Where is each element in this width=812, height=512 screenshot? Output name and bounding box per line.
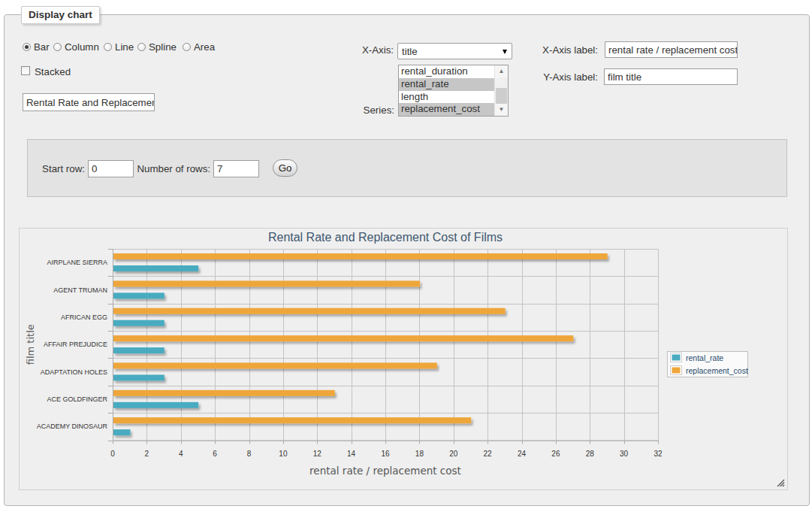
radio-spline[interactable] (137, 43, 146, 51)
chart-type-bar[interactable]: Bar (23, 41, 50, 53)
panel-legend: Display chart (21, 6, 100, 24)
radio-label[interactable]: Bar (34, 41, 50, 53)
stacked-label[interactable]: Stacked (35, 66, 71, 77)
bar-rental_rate-5[interactable] (113, 402, 198, 408)
page: { "panel": { "legend": "Display chart" }… (0, 0, 812, 512)
legend-swatch (672, 368, 681, 374)
tick-label: 28 (586, 450, 595, 458)
tick-label: 18 (415, 450, 424, 458)
chart-title: Rental Rate and Replacement Cost of Film… (268, 231, 503, 244)
series-option-replacement_cost[interactable]: replacement_cost (399, 103, 508, 116)
x-axis-label-label: X-Axis label: (526, 44, 598, 56)
chart-container: AIRPLANE SIERRAAGENT TRUMANAFRICAN EGGAF… (19, 228, 788, 490)
bar-chart: AIRPLANE SIERRAAGENT TRUMANAFRICAN EGGAF… (20, 229, 787, 489)
series-option-rental_duration[interactable]: rental_duration (399, 65, 508, 78)
bar-replacement_cost-1[interactable] (113, 280, 420, 286)
bar-replacement_cost-6[interactable] (113, 417, 471, 423)
bar-rental_rate-3[interactable] (113, 347, 165, 353)
tick-label: 8 (247, 450, 252, 458)
legend-item-rental_rate[interactable]: rental_rate (671, 353, 724, 362)
bar-rental_rate-2[interactable] (113, 320, 165, 326)
legend-label: rental_rate (686, 353, 723, 362)
scrollbar-thumb[interactable] (496, 88, 507, 104)
tick-label: 10 (279, 450, 288, 458)
category-label: ACADEMY DINOSAUR (37, 423, 108, 430)
tick-label: 4 (179, 450, 183, 458)
x-axis-select[interactable]: title (397, 43, 512, 59)
bar-replacement_cost-5[interactable] (113, 390, 335, 396)
stacked-checkbox[interactable] (21, 66, 30, 75)
dropdown-arrow-icon (503, 50, 507, 54)
category-label: ADAPTATION HOLES (41, 368, 107, 376)
radio-column[interactable] (53, 43, 62, 51)
series-option-length[interactable]: length (399, 91, 508, 104)
series-rental_rate (113, 265, 198, 435)
category-label: ACE GOLDFINGER (47, 395, 107, 403)
chart-title-input[interactable]: Rental Rate and Replacement Cost of Film… (23, 93, 155, 111)
bar-replacement_cost-4[interactable] (113, 362, 437, 368)
tick-label: 12 (313, 450, 322, 458)
x-axis-label-input[interactable]: rental rate / replacement cost (605, 41, 738, 58)
series-replacement_cost (113, 253, 608, 423)
category-label: AFFAIR PREJUDICE (44, 341, 107, 348)
start-row-label: Start row: (34, 163, 85, 174)
chart-legend: rental_ratereplacement_cost (668, 352, 748, 377)
scroll-down-icon[interactable]: ▼ (495, 104, 508, 116)
series-select-label: Series: (334, 105, 394, 116)
num-rows-input[interactable]: 7 (213, 160, 259, 177)
x-axis-title: rental rate / replacement cost (309, 465, 461, 477)
legend-label: replacement_cost (686, 366, 748, 375)
bar-rental_rate-0[interactable] (113, 265, 198, 271)
category-label: AGENT TRUMAN (53, 286, 107, 294)
y-axis-label-input[interactable]: film title (604, 68, 738, 85)
value-tick-labels: 02468101214161820222426283032 (110, 450, 663, 458)
listbox-scrollbar[interactable]: ▲ ▼ (494, 65, 508, 116)
axis-lines (108, 249, 659, 444)
radio-area[interactable] (183, 43, 191, 51)
tick-label: 26 (551, 450, 560, 458)
tick-label: 6 (213, 450, 217, 458)
num-rows-label: Number of rows: (128, 163, 210, 174)
chart-type-spline[interactable]: Spline (137, 41, 177, 53)
y-axis-title: film title (25, 324, 36, 365)
scroll-up-icon[interactable]: ▲ (495, 65, 508, 77)
chart-type-area[interactable]: Area (183, 41, 215, 53)
category-label: AIRPLANE SIERRA (47, 259, 107, 266)
tick-label: 0 (110, 450, 115, 458)
radio-label[interactable]: Line (115, 41, 134, 53)
tick-label: 24 (518, 450, 527, 458)
radio-label[interactable]: Spline (149, 41, 177, 53)
tick-label: 14 (347, 450, 356, 458)
bar-replacement_cost-2[interactable] (113, 308, 506, 314)
radio-bar[interactable] (23, 43, 31, 51)
tick-label: 20 (449, 450, 458, 458)
go-button[interactable]: Go (273, 159, 297, 177)
x-axis-select-label: X-Axis: (338, 44, 394, 56)
tick-label: 32 (654, 450, 663, 458)
y-axis-label-label: Y-Axis label: (526, 71, 598, 83)
tick-label: 16 (381, 450, 390, 458)
gridlines (113, 250, 659, 441)
resize-handle-icon[interactable] (777, 479, 785, 487)
series-option-rental_rate[interactable]: rental_rate (399, 78, 508, 91)
category-label: AFRICAN EGG (61, 314, 107, 321)
category-labels: AIRPLANE SIERRAAGENT TRUMANAFRICAN EGGAF… (37, 259, 108, 430)
tick-label: 22 (484, 450, 493, 458)
start-row-input[interactable]: 0 (88, 160, 134, 177)
bar-replacement_cost-3[interactable] (113, 335, 573, 341)
bar-rental_rate-4[interactable] (113, 374, 165, 380)
radio-line[interactable] (104, 43, 112, 51)
bar-replacement_cost-0[interactable] (113, 253, 608, 259)
chart-type-line[interactable]: Line (104, 41, 134, 53)
bar-rental_rate-1[interactable] (113, 292, 165, 298)
tick-label: 2 (145, 450, 149, 458)
radio-label[interactable]: Area (194, 41, 215, 53)
radio-label[interactable]: Column (65, 41, 99, 53)
series-multiselect[interactable]: rental_durationrental_ratelengthreplacem… (398, 65, 509, 117)
chart-type-column[interactable]: Column (53, 41, 99, 53)
bar-rental_rate-6[interactable] (113, 429, 131, 435)
tick-label: 30 (620, 450, 629, 458)
legend-swatch (672, 355, 681, 361)
